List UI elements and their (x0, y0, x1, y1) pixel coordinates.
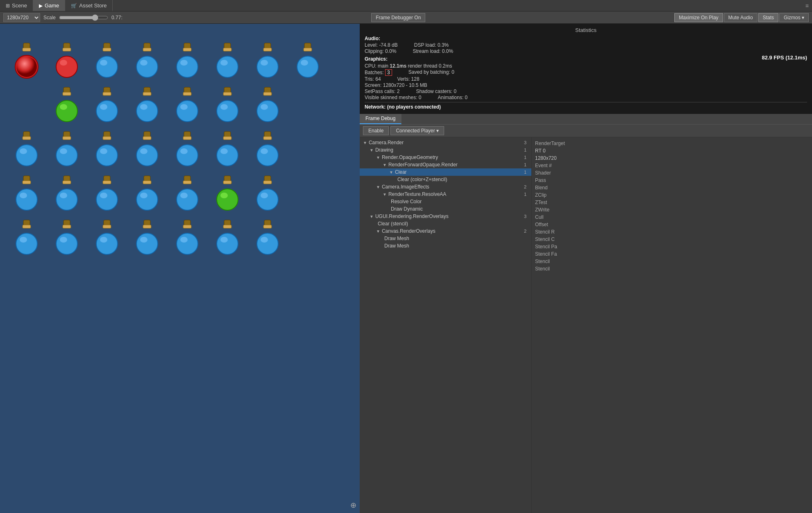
svg-point-76 (180, 148, 188, 154)
resolution-select[interactable]: 1280x720 1920x1080 (3, 13, 40, 22)
enable-btn[interactable]: Enable (363, 126, 389, 135)
stats-cpu-row: CPU: main 12.1ms render thread 0.2ms (365, 63, 807, 69)
potion-green-2 (48, 84, 85, 125)
potion-blue-5-2 (48, 217, 85, 258)
tab-scene[interactable]: ⊞ Scene (0, 0, 33, 11)
frame-debug-tree[interactable]: ▼ Camera.Render 3 ▼ Drawing 1 ▼ Render.O… (360, 137, 532, 513)
statistics-title: Statistics (365, 27, 807, 33)
fd-zclip-row: ZClip (535, 192, 809, 198)
tab-bar: ⊞ Scene ▶ Game 🛒 Asset Store ≡ (0, 0, 812, 11)
tree-item-clear-stencil-2[interactable]: Clear (stencil) (360, 220, 531, 227)
svg-point-123 (96, 233, 118, 254)
svg-rect-106 (223, 181, 231, 184)
tree-item-drawing[interactable]: ▼ Drawing 1 (360, 146, 531, 154)
tab-game[interactable]: ▶ Game (33, 0, 65, 11)
svg-point-107 (217, 189, 238, 210)
svg-rect-58 (23, 136, 31, 140)
frame-debug-tab[interactable]: Frame Debug (360, 114, 401, 124)
svg-rect-34 (63, 92, 71, 95)
mute-audio-btn[interactable]: Mute Audio (724, 13, 758, 22)
audio-section-title: Audio: (365, 36, 807, 41)
tree-item-clear-stencil[interactable]: Clear (color+Z+stencil) (360, 176, 531, 183)
svg-point-47 (177, 100, 198, 122)
zoom-icon[interactable]: ⊕ (350, 501, 356, 510)
svg-point-40 (100, 104, 107, 110)
stats-divider (365, 102, 807, 102)
potion-blue-4-1 (8, 173, 45, 214)
svg-point-116 (20, 237, 27, 243)
svg-point-63 (56, 145, 77, 166)
potion-blue-5-7 (249, 217, 286, 258)
tree-item-draw-mesh-1[interactable]: Draw Mesh (360, 235, 531, 242)
game-viewport: ⊕ (0, 24, 360, 513)
svg-point-36 (60, 104, 67, 110)
arrow-clear: ▼ (389, 170, 393, 175)
tree-item-draw-mesh-2[interactable]: Draw Mesh (360, 242, 531, 250)
potion-blue-4-2 (48, 173, 85, 214)
svg-point-48 (180, 104, 188, 110)
svg-point-96 (100, 193, 107, 198)
maximize-on-play-btn[interactable]: Maximize On Play (674, 13, 723, 22)
tree-item-ugui-rendering[interactable]: ▼ UGUI.Rendering.RenderOverlays 3 (360, 213, 531, 220)
svg-rect-38 (103, 92, 111, 95)
tree-item-camera-render[interactable]: ▼ Camera.Render 3 (360, 139, 531, 146)
svg-point-7 (56, 56, 77, 77)
gizmos-btn[interactable]: Gizmos ▾ (779, 13, 809, 22)
scale-slider[interactable] (59, 14, 108, 21)
tree-item-rendertexture-resolveaa[interactable]: ▼ RenderTexture.ResolveAA 1 (360, 191, 531, 198)
stats-skinned-row: Visible skinned meshes: 0 Animations: 0 (365, 95, 807, 100)
potion-blue-3-7 (249, 129, 286, 170)
tree-item-resolve-color[interactable]: Resolve Color (360, 198, 531, 205)
stats-screen-row: Screen: 1280x720 - 10.5 MB (365, 82, 807, 88)
tab-asset-store[interactable]: 🛒 Asset Store (65, 0, 113, 11)
count-camera-render: 3 (524, 140, 528, 145)
potion-empty-2-1 (8, 84, 45, 125)
tree-label-canvas-renderoverlays: Canvas.RenderOverlays (382, 228, 435, 234)
potion-blue-2-2 (129, 84, 166, 125)
game-toolbar: 1280x720 1920x1080 Scale 0.77: Frame Deb… (0, 11, 812, 24)
tree-item-camera-imageeffects[interactable]: ▼ Camera.ImageEffects 2 (360, 183, 531, 191)
svg-rect-30 (304, 48, 312, 51)
potion-blue-2-3 (169, 84, 206, 125)
potion-blue-5-5 (169, 217, 206, 258)
tab-drag-handle: ≡ (805, 2, 812, 9)
potion-blue-1-2 (129, 40, 166, 81)
svg-rect-74 (183, 136, 191, 140)
svg-point-32 (301, 60, 308, 66)
fd-stencil-pass-label: Stencil Pa (535, 244, 576, 250)
fd-stencil-read-row: Stencil C (535, 236, 809, 242)
fd-zwrite-label: ZWrite (535, 207, 576, 213)
svg-rect-70 (143, 136, 151, 140)
svg-rect-66 (103, 136, 111, 140)
svg-point-72 (140, 148, 147, 154)
svg-point-99 (136, 189, 158, 210)
graphics-section-title: Graphics: (365, 56, 388, 62)
tree-item-canvas-renderoverlays[interactable]: ▼ Canvas.RenderOverlays 2 (360, 227, 531, 235)
tree-label-resolve-color: Resolve Color (391, 199, 422, 204)
svg-rect-78 (223, 136, 231, 140)
potion-red-2 (48, 40, 85, 81)
tree-item-render-opaque[interactable]: ▼ Render.OpaqueGeometry 1 (360, 154, 531, 161)
count-camera-imageeffects: 2 (524, 184, 528, 189)
fd-pass-label: Pass (535, 177, 576, 183)
svg-rect-94 (103, 181, 111, 184)
potion-blue-4-4 (129, 173, 166, 214)
frame-debugger-btn[interactable]: Frame Debugger On (371, 13, 425, 22)
tree-label-draw-mesh-2: Draw Mesh (384, 243, 409, 249)
count-render-opaque: 1 (524, 155, 528, 160)
arrow-drawing: ▼ (370, 148, 374, 152)
tree-item-clear[interactable]: ▼ Clear 1 (360, 168, 531, 176)
fd-stencil2-label: Stencil (535, 266, 576, 272)
frame-debug-panel: Frame Debug Enable Connected Player ▾ ▼ … (360, 114, 812, 513)
tab-game-label: Game (45, 2, 59, 9)
count-drawing: 1 (524, 148, 528, 152)
fd-stencil-read-label: Stencil C (535, 236, 576, 242)
svg-point-124 (100, 237, 107, 243)
tree-item-render-forward[interactable]: ▼ RenderForwardOpaque.Render 1 (360, 161, 531, 168)
tree-item-draw-dynamic[interactable]: Draw Dynamic (360, 205, 531, 213)
potion-blue-2-1 (88, 84, 125, 125)
connected-player-btn[interactable]: Connected Player ▾ (390, 126, 444, 135)
stats-btn[interactable]: Stats (758, 13, 778, 22)
svg-point-95 (96, 189, 118, 210)
stream-label: Stream load: 0.0% (413, 48, 453, 54)
